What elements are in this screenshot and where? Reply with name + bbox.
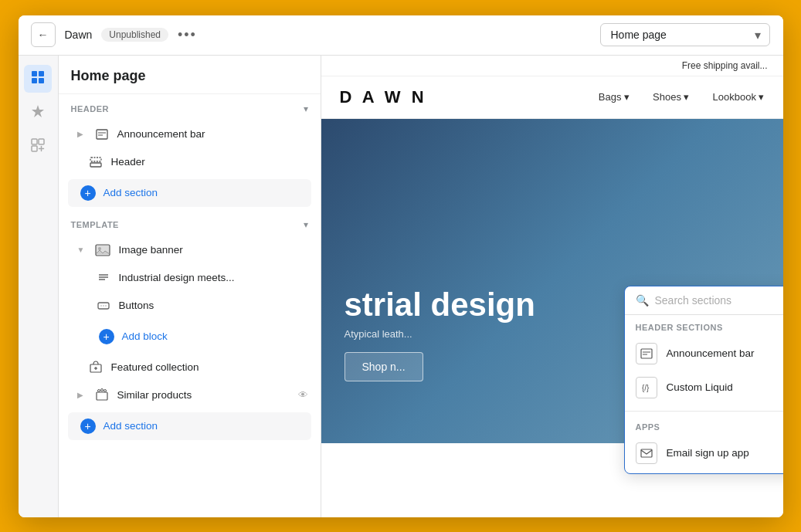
industrial-design-item[interactable]: Industrial design meets... [59, 264, 321, 292]
similar-products-icon [94, 388, 110, 403]
svg-point-25 [97, 389, 100, 391]
browser-window: ← Dawn Unpublished ••• Home page About C… [19, 15, 783, 517]
header-item-label: Header [111, 156, 145, 168]
similar-chevron-icon: ▶ [77, 391, 83, 399]
template-group-header[interactable]: TEMPLATE ▾ [59, 210, 321, 236]
unpublished-badge: Unpublished [101, 28, 168, 42]
preview-nav-bags: Bags ▾ [599, 91, 630, 103]
svg-rect-2 [32, 78, 37, 83]
svg-rect-32 [641, 449, 652, 457]
svg-rect-5 [39, 139, 44, 144]
announcement-bar-label: Announcement bar [117, 128, 205, 140]
header-group-header[interactable]: HEADER ▾ [59, 94, 321, 120]
icon-sidebar [19, 56, 59, 517]
svg-rect-4 [32, 139, 37, 144]
sections-icon [31, 70, 45, 87]
addblock-icon [31, 138, 45, 155]
header-group: HEADER ▾ ▶ Announcement [59, 94, 321, 207]
apps-label: APPS [625, 422, 783, 436]
search-sections-dropdown: 🔍 HEADER SECTIONS Announcement [624, 286, 783, 474]
back-icon: ← [38, 29, 49, 41]
text-item-icon [96, 270, 111, 286]
header-group-label: HEADER [71, 104, 109, 114]
customize-icon [31, 104, 45, 121]
hero-subtitle: Atypical leath... [344, 328, 535, 340]
buttons-icon [96, 298, 111, 313]
panel-content: HEADER ▾ ▶ Announcement [59, 94, 321, 517]
hero-title: strial design [344, 287, 535, 323]
svg-rect-9 [97, 130, 107, 139]
email-signup-app-item[interactable]: Email sign up app [625, 436, 783, 470]
announcement-bar-item[interactable]: ▶ Announcement bar [59, 120, 321, 148]
search-icon: 🔍 [636, 294, 649, 307]
template-group-label: TEMPLATE [71, 220, 119, 229]
theme-name: Dawn [65, 29, 93, 41]
apps-group: APPS Email sign up app [625, 415, 783, 473]
svg-rect-12 [90, 158, 101, 161]
buttons-item[interactable]: Buttons [59, 292, 321, 320]
add-block-plus-icon: + [99, 329, 114, 344]
image-banner-chevron-icon: ▼ [77, 246, 85, 254]
custom-liquid-dropdown-label: Custom Liquid [667, 381, 733, 393]
svg-rect-28 [641, 349, 652, 358]
customize-icon-btn[interactable] [24, 99, 52, 127]
hidden-icon: 👁 [298, 389, 308, 401]
panel-title: Home page [59, 56, 321, 94]
preview-area: Free shipping avail... D A W N Bags ▾ Sh… [321, 56, 783, 517]
svg-rect-3 [39, 78, 44, 83]
back-button[interactable]: ← [31, 22, 56, 47]
template-chevron-icon: ▾ [304, 219, 308, 230]
addblock-icon-btn[interactable] [24, 133, 52, 161]
search-sections-input[interactable] [655, 294, 783, 307]
svg-rect-0 [32, 71, 37, 76]
industrial-design-label: Industrial design meets... [119, 272, 235, 283]
template-add-section-plus-icon: + [80, 418, 96, 434]
preview-logo: D A W N [340, 87, 427, 107]
page-select-wrap: Home page About Contact [600, 23, 770, 46]
email-signup-icon [636, 442, 657, 464]
header-add-section-button[interactable]: + Add section [68, 179, 311, 207]
hero-text-overlay: strial design Atypical leath... Shop n..… [321, 287, 558, 381]
featured-collection-icon [88, 360, 104, 375]
top-bar: ← Dawn Unpublished ••• Home page About C… [19, 15, 783, 56]
announcement-bar-dropdown-item[interactable]: Announcement bar [625, 337, 783, 371]
more-button[interactable]: ••• [178, 27, 197, 43]
sections-icon-btn[interactable] [24, 65, 52, 93]
header-chevron-icon: ▾ [304, 103, 308, 114]
hero-cta-button[interactable]: Shop n... [344, 352, 423, 381]
preview-nav-shoes: Shoes ▾ [653, 91, 689, 103]
header-add-section-label: Add section [104, 187, 158, 198]
announcement-bar-icon [94, 127, 110, 142]
preview-nav: D A W N Bags ▾ Shoes ▾ Lookbook ▾ [321, 76, 783, 119]
announcement-bar-dropdown-icon [636, 343, 657, 364]
template-group: TEMPLATE ▾ ▼ Image banne [59, 210, 321, 440]
preview-nav-lookbook: Lookbook ▾ [713, 91, 765, 103]
custom-liquid-dropdown-item[interactable]: {/} Custom Liquid [625, 371, 783, 405]
template-add-section-button[interactable]: + Add section [68, 412, 311, 440]
image-banner-icon [95, 242, 110, 258]
svg-text:{/}: {/} [642, 384, 650, 392]
svg-rect-1 [39, 71, 44, 76]
similar-products-item[interactable]: ▶ Similar products 👁 [59, 381, 321, 409]
header-sections-group: HEADER SECTIONS Announcement bar [625, 315, 783, 408]
chevron-right-icon: ▶ [77, 130, 83, 138]
add-block-button[interactable]: + Add block [87, 323, 311, 351]
add-section-plus-icon: + [80, 185, 96, 201]
custom-liquid-dropdown-icon: {/} [636, 377, 657, 398]
svg-point-27 [104, 389, 106, 391]
header-item-icon [88, 154, 104, 170]
page-select[interactable]: Home page About Contact [600, 23, 770, 46]
buttons-label: Buttons [119, 300, 154, 311]
template-add-section-label: Add section [104, 420, 158, 432]
featured-collection-item[interactable]: Featured collection [59, 354, 321, 381]
email-signup-app-label: Email sign up app [667, 447, 749, 459]
search-input-wrap: 🔍 [625, 286, 783, 315]
image-banner-item[interactable]: ▼ Image banner [59, 236, 321, 264]
panel: Home page HEADER ▾ ▶ [59, 56, 321, 517]
dropdown-divider [625, 411, 783, 412]
featured-collection-label: Featured collection [111, 361, 199, 373]
announcement-bar-dropdown-label: Announcement bar [667, 347, 755, 359]
header-item[interactable]: Header [59, 148, 321, 176]
image-banner-label: Image banner [118, 244, 182, 256]
similar-products-label: Similar products [117, 389, 192, 401]
